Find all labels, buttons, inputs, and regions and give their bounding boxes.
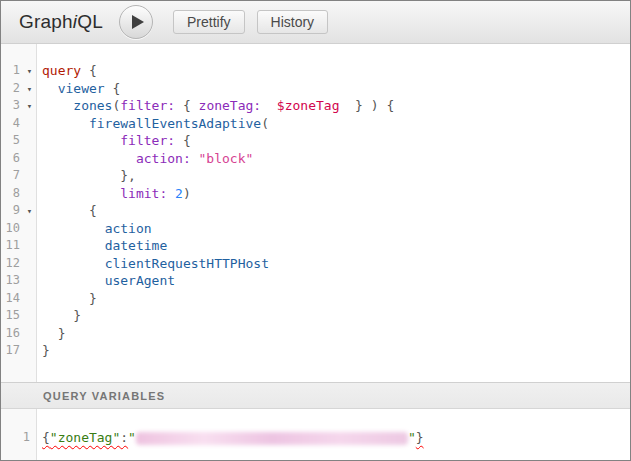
code-line[interactable]: action	[42, 220, 630, 238]
code-token: {	[175, 98, 198, 113]
gutter-line: 13	[1, 272, 36, 290]
line-number: 17	[1, 342, 23, 360]
code-token	[42, 133, 120, 148]
fold-spacer	[23, 150, 36, 168]
graphiql-logo: GraphiQL	[19, 11, 103, 33]
line-number: 11	[1, 237, 23, 255]
gutter-line: 17	[1, 342, 36, 360]
code-token	[42, 221, 105, 236]
gutter-line: 8	[1, 185, 36, 203]
code-line[interactable]: },	[42, 167, 630, 185]
code-token: "	[408, 430, 416, 445]
code-line[interactable]: }	[42, 290, 630, 308]
execute-query-button[interactable]	[119, 5, 153, 39]
code-line[interactable]: filter: {	[42, 132, 630, 150]
code-token: action:	[136, 151, 191, 166]
gutter-line: 1▾	[1, 62, 36, 80]
code-token: }	[42, 291, 97, 306]
fold-spacer	[23, 255, 36, 273]
code-token: }	[42, 308, 81, 323]
history-button[interactable]: History	[257, 10, 329, 34]
toolbar: GraphiQL Prettify History	[1, 1, 630, 44]
code-token: } ) {	[339, 98, 394, 113]
code-token: },	[42, 168, 136, 183]
code-line[interactable]: }	[42, 307, 630, 325]
code-line[interactable]: query {	[42, 62, 630, 80]
gutter-line: 11	[1, 237, 36, 255]
line-number: 15	[1, 307, 23, 325]
gutter-line: 14	[1, 290, 36, 308]
fold-toggle-icon[interactable]: ▾	[23, 97, 36, 115]
code-token: {	[42, 430, 50, 445]
play-icon	[132, 15, 144, 29]
code-token	[42, 151, 136, 166]
variables-editor-gutter: 1	[1, 409, 37, 460]
line-number: 2	[1, 80, 23, 98]
gutter-line: 10	[1, 220, 36, 238]
code-token: clientRequestHTTPHost	[105, 256, 269, 271]
fold-spacer	[23, 185, 36, 203]
code-token	[42, 98, 73, 113]
gutter-line: 3▾	[1, 97, 36, 115]
line-number: 14	[1, 290, 23, 308]
code-token: query	[42, 63, 81, 78]
fold-spacer	[23, 237, 36, 255]
gutter-line: 6	[1, 150, 36, 168]
fold-spacer	[23, 167, 36, 185]
code-token: limit:	[120, 186, 167, 201]
code-token: }	[416, 430, 424, 445]
code-line[interactable]: {"zoneTag":""}	[42, 429, 630, 447]
code-line[interactable]: zones(filter: { zoneTag: $zoneTag } ) {	[42, 97, 630, 115]
line-number: 10	[1, 220, 23, 238]
fold-toggle-icon[interactable]: ▾	[23, 62, 36, 80]
code-line[interactable]: clientRequestHTTPHost	[42, 255, 630, 273]
variables-editor[interactable]: 1 {"zoneTag":""}	[1, 409, 630, 460]
line-number: 3	[1, 97, 23, 115]
fold-spacer	[23, 220, 36, 238]
code-token: (	[261, 116, 269, 131]
code-line[interactable]: viewer {	[42, 80, 630, 98]
logo-prefix: Graph	[19, 11, 73, 32]
logo-suffix: QL	[77, 11, 103, 32]
fold-spacer	[23, 132, 36, 150]
code-token	[42, 238, 105, 253]
code-token	[42, 186, 120, 201]
line-number: 12	[1, 255, 23, 273]
prettify-button[interactable]: Prettify	[173, 10, 245, 34]
variables-editor-code[interactable]: {"zoneTag":""}	[37, 409, 630, 460]
code-token: {	[105, 81, 121, 96]
code-token: :	[120, 430, 128, 445]
code-line[interactable]: }	[42, 342, 630, 360]
query-editor[interactable]: 1▾2▾3▾456789▾1011121314151617 query { vi…	[1, 44, 630, 382]
code-token: datetime	[105, 238, 168, 253]
code-token	[42, 273, 105, 288]
line-number: 5	[1, 132, 23, 150]
code-token: {	[81, 63, 97, 78]
code-line[interactable]: userAgent	[42, 272, 630, 290]
code-line[interactable]: }	[42, 325, 630, 343]
query-editor-code[interactable]: query { viewer { zones(filter: { zoneTag…	[37, 44, 630, 382]
code-line[interactable]: {	[42, 202, 630, 220]
code-token: zoneTag:	[199, 98, 262, 113]
fold-toggle-icon[interactable]: ▾	[23, 202, 36, 220]
code-token: {	[42, 203, 97, 218]
line-number: 16	[1, 325, 23, 343]
gutter-line: 9▾	[1, 202, 36, 220]
line-number: 1	[1, 429, 36, 447]
code-token: userAgent	[105, 273, 175, 288]
line-number: 13	[1, 272, 23, 290]
query-variables-header: QUERY VARIABLES	[1, 382, 630, 409]
code-line[interactable]: firewallEventsAdaptive(	[42, 115, 630, 133]
code-token: }	[42, 326, 65, 341]
code-line[interactable]: action: "block"	[42, 150, 630, 168]
code-line[interactable]: limit: 2)	[42, 185, 630, 203]
line-number: 9	[1, 202, 23, 220]
code-token: $zoneTag	[277, 98, 340, 113]
code-token: {	[175, 133, 191, 148]
fold-toggle-icon[interactable]: ▾	[23, 80, 36, 98]
code-line[interactable]: datetime	[42, 237, 630, 255]
fold-spacer	[23, 290, 36, 308]
fold-spacer	[23, 342, 36, 360]
redacted-zone-tag-value	[136, 432, 408, 445]
fold-spacer	[23, 325, 36, 343]
